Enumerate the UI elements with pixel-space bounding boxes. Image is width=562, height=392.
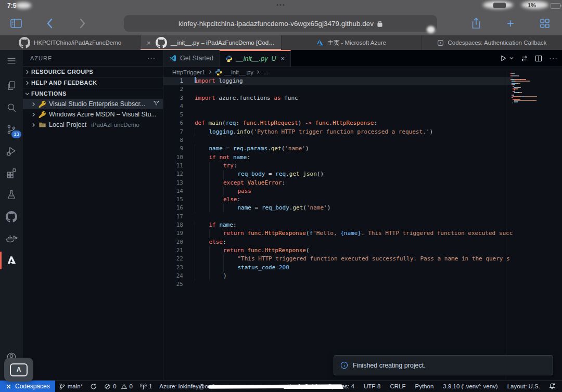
sidebar-section-functions[interactable]: FUNCTIONS xyxy=(23,88,163,99)
line-number: 16 xyxy=(163,204,195,212)
status-item-3[interactable]: UTF-8 xyxy=(359,381,386,392)
open-changes-icon[interactable] xyxy=(520,55,528,62)
tree-item-1[interactable]: Visual Studio Enterprise Subscr... xyxy=(23,99,163,109)
indent-guide xyxy=(195,187,209,195)
code-line-15: 15else: xyxy=(163,195,513,204)
indent-guide xyxy=(195,221,209,229)
code-line-5: 5 xyxy=(163,111,513,119)
line-content: except ValueError: xyxy=(195,179,513,187)
new-tab-icon[interactable]: + xyxy=(503,16,518,31)
sidebar-toggle-icon[interactable] xyxy=(8,16,24,31)
branch-icon xyxy=(59,383,66,390)
run-button-icon[interactable] xyxy=(500,55,507,62)
editor-tab--init-py[interactable]: __init__.pyU× xyxy=(220,50,291,67)
token: ) xyxy=(327,204,331,211)
token: name xyxy=(219,221,233,228)
tree-item-2[interactable]: Windows Azure MSDN – Visual Stu... xyxy=(23,109,163,120)
notification-toast[interactable]: Finished creating project. xyxy=(334,355,553,375)
sidebar-section-resource-groups[interactable]: RESOURCE GROUPS xyxy=(23,66,163,77)
browser-tab-3[interactable]: 主页 - Microsoft Azure xyxy=(282,35,422,50)
activity-item-search[interactable] xyxy=(0,97,23,119)
filter-icon[interactable] xyxy=(153,100,160,108)
breadcrumb-item[interactable]: __init__.py xyxy=(225,69,254,75)
notifications-bell[interactable] xyxy=(545,381,562,392)
back-button-icon[interactable] xyxy=(42,16,57,31)
line-content: import azure.functions as func xyxy=(195,94,513,102)
tree-item-description: iPadAzFuncDemo xyxy=(91,122,139,128)
editor-actions: ··· xyxy=(500,50,558,67)
forward-button-icon[interactable] xyxy=(75,16,91,31)
tab-close-icon[interactable]: × xyxy=(147,39,151,47)
tree-item-label: Windows Azure MSDN – Visual Stu... xyxy=(49,111,157,118)
code-line-24: 24) xyxy=(163,272,513,280)
indent-guide xyxy=(209,246,224,255)
split-editor-icon[interactable] xyxy=(535,55,542,62)
status-item-6[interactable]: 3.9.10 ('.venv': venv) xyxy=(438,381,502,392)
code-editor[interactable]: 1import logging23import azure.functions … xyxy=(163,77,513,381)
run-dropdown-icon[interactable] xyxy=(509,57,514,60)
tab-close-icon[interactable]: × xyxy=(280,55,284,62)
token: func.HttpRequest xyxy=(243,120,298,126)
key-icon xyxy=(39,100,46,108)
status-item-7[interactable]: Layout: U.S. xyxy=(503,381,545,392)
activity-item-explorer[interactable] xyxy=(0,75,23,97)
favicon-github-icon xyxy=(19,37,30,48)
remote-icon xyxy=(5,383,12,390)
minimap[interactable] xyxy=(506,71,562,381)
sidebar-section-help-and-feedback[interactable]: HELP AND FEEDBACK xyxy=(23,77,163,88)
editor-tab-get-started[interactable]: Get Started xyxy=(163,50,220,67)
branch-indicator[interactable]: main* xyxy=(55,381,86,392)
browser-chrome: 7:5 ••• 1% kinfey-hkpcitchina-ipadazfunc… xyxy=(0,0,562,35)
errors-icon xyxy=(104,383,111,390)
line-number: 6 xyxy=(163,119,195,127)
code-line-9: 9name = req.params.get('name') xyxy=(163,145,513,153)
ipad-keyboard-button[interactable]: A xyxy=(4,358,33,382)
status-item-5[interactable]: Python xyxy=(411,381,439,392)
address-bar[interactable]: kinfey-hkpcitchina-ipadazfuncdemo-v6wgx6… xyxy=(124,15,437,32)
breadcrumb-item[interactable]: HttpTrigger1 xyxy=(172,69,206,75)
problems-indicator[interactable]: 0 0 xyxy=(100,381,136,392)
line-content: name = req.params.get('name') xyxy=(195,145,513,153)
token: import xyxy=(195,77,215,84)
token: ) xyxy=(223,272,227,279)
line-number: 11 xyxy=(163,162,195,170)
activity-item-source-control[interactable]: 13 xyxy=(0,119,23,140)
line-content: status_code=200 xyxy=(195,264,513,272)
activity-item-menu[interactable] xyxy=(0,50,23,72)
line-number: 19 xyxy=(163,229,195,238)
indent-guide xyxy=(195,264,209,272)
search-icon xyxy=(6,102,17,113)
token: req xyxy=(226,120,236,126)
activity-item-testing[interactable] xyxy=(0,184,23,206)
breadcrumb-item[interactable]: … xyxy=(263,69,269,75)
token: : xyxy=(282,179,286,186)
activity-item-azure[interactable] xyxy=(0,250,23,271)
ports-indicator[interactable]: 1 xyxy=(136,381,156,392)
activity-item-extensions[interactable] xyxy=(0,162,23,184)
sidebar-more-icon[interactable]: ··· xyxy=(147,54,156,62)
remote-indicator[interactable]: Codespaces xyxy=(0,381,55,392)
favicon-github-icon xyxy=(156,37,167,48)
sync-button[interactable] xyxy=(86,381,100,392)
activity-item-run-debug[interactable] xyxy=(0,140,23,162)
tab-overview-icon[interactable] xyxy=(537,16,553,31)
token: 'Python HTTP trigger function processed … xyxy=(254,128,430,135)
editor-more-icon[interactable]: ··· xyxy=(549,54,558,62)
chevron-right-icon xyxy=(25,81,30,85)
token: : xyxy=(237,196,241,203)
line-content: return func.HttpResponse( xyxy=(195,246,513,255)
extensions-icon xyxy=(6,167,17,179)
token: not xyxy=(219,154,229,161)
errors-count: 0 xyxy=(113,383,116,389)
share-icon[interactable] xyxy=(468,16,484,31)
breadcrumb[interactable]: HttpTrigger1__init__.py… xyxy=(163,67,562,77)
line-number: 4 xyxy=(163,102,195,111)
browser-tab-1[interactable]: HKPCITChina/iPadAzFuncDemo xyxy=(0,35,140,50)
activity-item-docker[interactable] xyxy=(0,228,23,250)
browser-tab-2[interactable]: ×__init__.py – iPadAzFuncDemo [Cod… xyxy=(140,35,280,50)
browser-tab-4[interactable]: Codespaces: Authentication Callback xyxy=(422,35,562,50)
tree-item-3[interactable]: Local ProjectiPadAzFuncDemo xyxy=(23,120,163,130)
status-item-4[interactable]: CRLF xyxy=(385,381,410,392)
token: ( xyxy=(306,247,310,254)
activity-item-github[interactable] xyxy=(0,206,23,228)
